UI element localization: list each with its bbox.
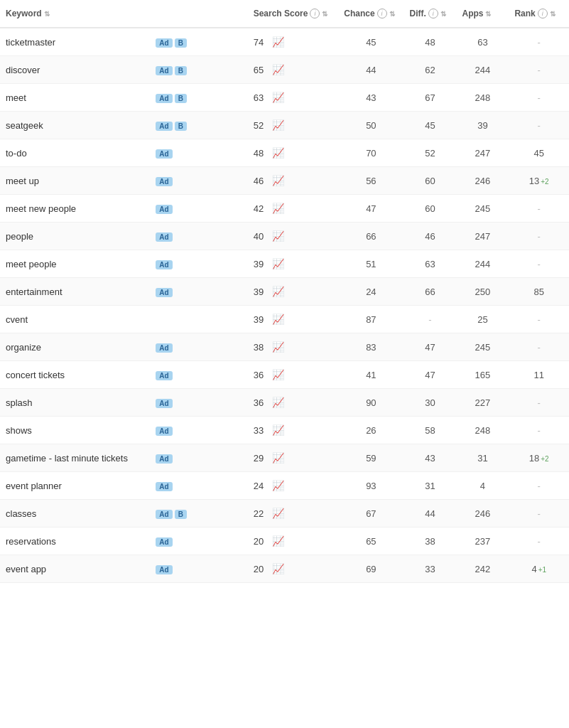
ad-badge: Ad (156, 482, 172, 491)
ad-badge: Ad (156, 537, 172, 547)
ad-badge: Ad (156, 510, 172, 519)
score-value: 42 (254, 203, 268, 214)
chart-trend-icon[interactable]: 📈 (272, 341, 284, 353)
chart-trend-icon[interactable]: 📈 (272, 203, 284, 214)
keyword-cell: shows (0, 417, 150, 444)
chance-cell: 24 (338, 278, 403, 306)
score-cell: 33📈 (248, 417, 339, 444)
keyword-cell: people (0, 223, 150, 250)
chart-trend-icon[interactable]: 📈 (272, 480, 284, 491)
apps-cell: 246 (456, 500, 509, 528)
keyword-cell: concert tickets (0, 361, 150, 389)
rank-column-header[interactable]: Rank i ⇅ (509, 0, 569, 28)
badges-cell: Ad (150, 223, 247, 250)
score-value: 39 (254, 314, 268, 325)
rank-cell: - (509, 528, 569, 555)
score-value: 38 (254, 342, 268, 353)
chart-trend-icon[interactable]: 📈 (272, 175, 284, 186)
chart-trend-icon[interactable]: 📈 (272, 230, 284, 242)
chart-trend-icon[interactable]: 📈 (272, 563, 284, 574)
rank-cell: - (509, 500, 569, 528)
rank-sort-icon: ⇅ (550, 10, 556, 18)
table-row: gametime - last minute ticketsAd29📈59433… (0, 444, 569, 472)
ad-badge: Ad (156, 38, 172, 48)
diff-sort-icon: ⇅ (440, 10, 446, 18)
diff-column-header[interactable]: Diff. i ⇅ (404, 0, 457, 28)
apps-cell: 242 (456, 555, 509, 583)
keyword-column-header[interactable]: Keyword ⇅ (0, 0, 150, 28)
keyword-cell: to-do (0, 139, 150, 167)
diff-cell: 45 (404, 112, 457, 139)
chart-trend-icon[interactable]: 📈 (272, 119, 284, 131)
score-cell: 29📈 (248, 444, 339, 472)
diff-cell: 47 (404, 361, 457, 389)
diff-cell: 67 (404, 84, 457, 112)
chart-trend-icon[interactable]: 📈 (272, 508, 284, 519)
rank-value: 4 (531, 564, 536, 574)
table-row: showsAd33📈2658248- (0, 417, 569, 444)
search-score-column-header[interactable]: Search Score i ⇅ (248, 0, 339, 28)
rank-cell: 45 (509, 139, 569, 167)
ad-badge: Ad (156, 343, 172, 353)
rank-cell: - (509, 56, 569, 84)
b-badge: B (175, 510, 187, 519)
score-cell: 48📈 (248, 139, 339, 167)
chart-trend-icon[interactable]: 📈 (272, 258, 284, 269)
chart-trend-icon[interactable]: 📈 (272, 397, 284, 408)
rank-cell: - (509, 195, 569, 223)
chart-trend-icon[interactable]: 📈 (272, 535, 284, 547)
chart-trend-icon[interactable]: 📈 (272, 92, 284, 103)
rank-cell: - (509, 417, 569, 444)
ad-badge: Ad (156, 66, 172, 75)
score-cell: 40📈 (248, 223, 339, 250)
diff-cell: 48 (404, 28, 457, 56)
score-value: 24 (254, 481, 268, 491)
rank-cell: - (509, 112, 569, 139)
badges-cell: AdB (150, 28, 247, 56)
diff-cell: 30 (404, 389, 457, 417)
ad-badge: Ad (156, 94, 172, 103)
score-value: 39 (254, 287, 268, 297)
apps-cell: 244 (456, 56, 509, 84)
diff-cell: 63 (404, 250, 457, 278)
apps-cell: 63 (456, 28, 509, 56)
score-value: 65 (254, 65, 268, 75)
score-cell: 39📈 (248, 250, 339, 278)
chart-trend-icon[interactable]: 📈 (272, 424, 284, 436)
chart-trend-icon[interactable]: 📈 (272, 314, 284, 325)
table-row: classesAdB22📈6744246- (0, 500, 569, 528)
chart-trend-icon[interactable]: 📈 (272, 452, 284, 464)
score-cell: 38📈 (248, 333, 339, 361)
b-badge: B (175, 94, 187, 103)
rank-cell: 85 (509, 278, 569, 306)
table-row: reservationsAd20📈6538237- (0, 528, 569, 555)
keyword-cell: meet people (0, 250, 150, 278)
chance-sort-icon: ⇅ (389, 10, 395, 18)
apps-cell: 165 (456, 361, 509, 389)
apps-cell: 246 (456, 167, 509, 195)
apps-cell: 39 (456, 112, 509, 139)
table-row: splashAd36📈9030227- (0, 389, 569, 417)
chart-trend-icon[interactable]: 📈 (272, 36, 284, 48)
score-cell: 42📈 (248, 195, 339, 223)
apps-cell: 245 (456, 195, 509, 223)
main-table-container: Keyword ⇅ Search Score i ⇅ Chance i (0, 0, 569, 583)
apps-column-header[interactable]: Apps ⇅ (456, 0, 509, 28)
keyword-cell: meet up (0, 167, 150, 195)
score-cell: 20📈 (248, 555, 339, 583)
chart-trend-icon[interactable]: 📈 (272, 64, 284, 75)
chart-trend-icon[interactable]: 📈 (272, 286, 284, 297)
search-score-info-icon: i (310, 9, 320, 18)
chart-trend-icon[interactable]: 📈 (272, 147, 284, 159)
score-value: 63 (254, 92, 268, 103)
score-value: 20 (254, 536, 268, 547)
ad-badge: Ad (156, 177, 172, 186)
table-row: to-doAd48📈705224745 (0, 139, 569, 167)
chance-column-header[interactable]: Chance i ⇅ (338, 0, 403, 28)
ad-badge: Ad (156, 371, 172, 380)
chart-trend-icon[interactable]: 📈 (272, 369, 284, 380)
diff-cell: 47 (404, 333, 457, 361)
keyword-cell: discover (0, 56, 150, 84)
diff-cell: 58 (404, 417, 457, 444)
score-cell: 65📈 (248, 56, 339, 84)
